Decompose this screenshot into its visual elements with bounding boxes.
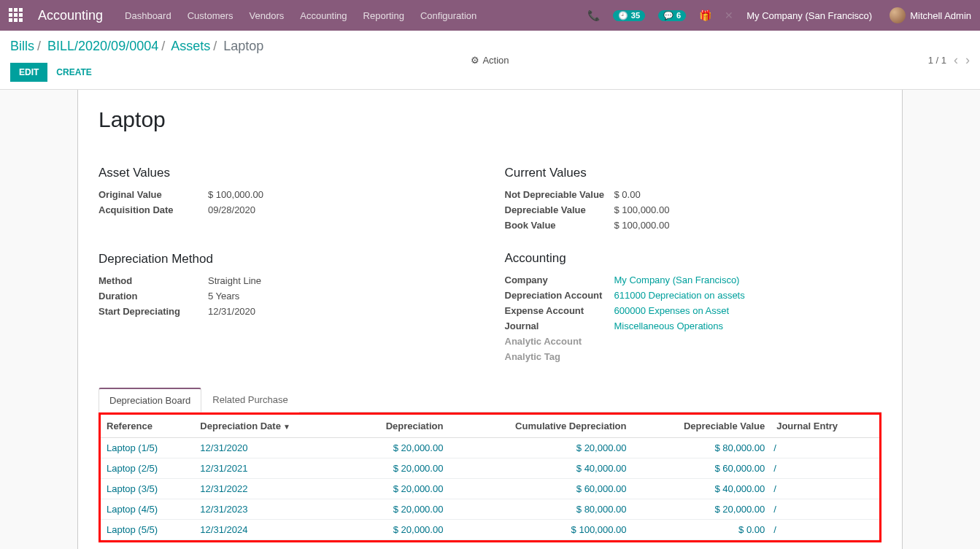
nav-right: 📞 🕘35 💬6 🎁 ✕ My Company (San Francisco) … — [587, 7, 971, 23]
pager: 1 / 1 ‹ › — [928, 53, 970, 68]
nav-configuration[interactable]: Configuration — [420, 10, 477, 21]
table-row[interactable]: Laptop (1/5)12/31/2020$ 20,000.00$ 20,00… — [101, 438, 879, 458]
main-navbar: Accounting Dashboard Customers Vendors A… — [0, 0, 980, 31]
tab-related-purchase[interactable]: Related Purchase — [201, 388, 298, 412]
table-row[interactable]: Laptop (4/5)12/31/2023$ 20,000.00$ 80,00… — [101, 499, 879, 520]
th-depreciable-value[interactable]: Depreciable Value — [632, 415, 771, 438]
value-acquisition-date: 09/28/2020 — [208, 204, 255, 215]
cell-cumulative: $ 20,000.00 — [449, 438, 632, 458]
cell-depreciable-value: $ 80,000.00 — [632, 438, 771, 458]
cell-reference[interactable]: Laptop (4/5) — [101, 499, 194, 520]
cell-journal-entry[interactable]: / — [771, 520, 879, 540]
value-duration: 5 Years — [208, 291, 239, 302]
cell-reference[interactable]: Laptop (1/5) — [101, 438, 194, 458]
control-panel: Bills/ BILL/2020/09/0004/ Assets/ Laptop… — [0, 31, 980, 90]
depreciation-table: Reference Depreciation Date▼ Depreciatio… — [101, 415, 879, 540]
label-start-depreciating: Start Depreciating — [99, 306, 208, 317]
label-journal: Journal — [505, 320, 614, 331]
edit-button[interactable]: EDIT — [10, 63, 47, 82]
action-menu[interactable]: ⚙ Action — [471, 55, 509, 66]
gift-icon[interactable]: 🎁 — [699, 9, 711, 21]
depreciation-method-heading: Depreciation Method — [99, 252, 476, 266]
cell-date[interactable]: 12/31/2020 — [194, 438, 346, 458]
cell-reference[interactable]: Laptop (2/5) — [101, 458, 194, 479]
cell-date[interactable]: 12/31/2024 — [194, 520, 346, 540]
cell-journal-entry[interactable]: / — [771, 438, 879, 458]
accounting-heading: Accounting — [505, 251, 882, 266]
clock-icon: 🕘 — [618, 11, 628, 20]
label-method: Method — [99, 275, 208, 286]
nav-menu: Dashboard Customers Vendors Accounting R… — [125, 10, 587, 21]
company-switcher[interactable]: My Company (San Francisco) — [746, 10, 872, 21]
table-row[interactable]: Laptop (3/5)12/31/2022$ 20,000.00$ 60,00… — [101, 479, 879, 499]
value-start-depreciating: 12/31/2020 — [208, 306, 255, 317]
cell-journal-entry[interactable]: / — [771, 458, 879, 479]
label-dep-account: Depreciation Account — [505, 290, 614, 301]
breadcrumb-assets[interactable]: Assets — [171, 39, 210, 53]
current-values-heading: Current Values — [505, 166, 882, 180]
cell-cumulative: $ 100,000.00 — [449, 520, 632, 540]
table-row[interactable]: Laptop (2/5)12/31/2021$ 20,000.00$ 40,00… — [101, 458, 879, 479]
page-title: Laptop — [99, 107, 881, 132]
value-dep-account[interactable]: 611000 Depreciation on assets — [614, 290, 745, 301]
value-depreciable: $ 100,000.00 — [614, 204, 670, 215]
form-sheet: Laptop Asset Values Original Value$ 100,… — [77, 90, 903, 549]
cell-depreciation: $ 20,000.00 — [346, 458, 449, 479]
cell-journal-entry[interactable]: / — [771, 479, 879, 499]
tab-depreciation-board[interactable]: Depreciation Board — [99, 388, 201, 412]
cell-reference[interactable]: Laptop (3/5) — [101, 479, 194, 499]
tools-icon[interactable]: ✕ — [725, 9, 733, 21]
asset-values-heading: Asset Values — [99, 166, 476, 180]
value-book-value: $ 100,000.00 — [614, 220, 670, 231]
table-row[interactable]: Laptop (5/5)12/31/2024$ 20,000.00$ 100,0… — [101, 520, 879, 540]
th-cumulative[interactable]: Cumulative Depreciation — [449, 415, 632, 438]
th-reference[interactable]: Reference — [101, 415, 194, 438]
label-not-depreciable: Not Depreciable Value — [505, 189, 614, 200]
discuss-badge[interactable]: 💬6 — [658, 10, 686, 21]
value-journal[interactable]: Miscellaneous Operations — [614, 320, 724, 331]
cell-cumulative: $ 60,000.00 — [449, 479, 632, 499]
value-method: Straight Line — [208, 275, 261, 286]
cell-depreciation: $ 20,000.00 — [346, 520, 449, 540]
label-company: Company — [505, 274, 614, 285]
cell-depreciation: $ 20,000.00 — [346, 499, 449, 520]
nav-customers[interactable]: Customers — [188, 10, 234, 21]
th-depreciation[interactable]: Depreciation — [346, 415, 449, 438]
phone-icon[interactable]: 📞 — [587, 9, 600, 21]
pager-next-icon[interactable]: › — [965, 53, 970, 68]
create-button[interactable]: CREATE — [56, 67, 91, 77]
th-depreciation-date[interactable]: Depreciation Date▼ — [194, 415, 346, 438]
cell-reference[interactable]: Laptop (5/5) — [101, 520, 194, 540]
th-journal-entry[interactable]: Journal Entry — [771, 415, 879, 438]
label-duration: Duration — [99, 291, 208, 302]
nav-accounting[interactable]: Accounting — [300, 10, 347, 21]
value-company[interactable]: My Company (San Francisco) — [614, 274, 740, 285]
cell-cumulative: $ 40,000.00 — [449, 458, 632, 479]
apps-icon[interactable] — [9, 8, 23, 23]
label-acquisition-date: Acquisition Date — [99, 204, 208, 215]
gear-icon: ⚙ — [471, 55, 479, 66]
breadcrumb-bill-ref[interactable]: BILL/2020/09/0004 — [47, 39, 158, 53]
cell-date[interactable]: 12/31/2021 — [194, 458, 346, 479]
avatar — [890, 7, 906, 23]
cell-depreciable-value: $ 40,000.00 — [632, 479, 771, 499]
activities-badge[interactable]: 🕘35 — [613, 10, 645, 21]
breadcrumb-current: Laptop — [223, 39, 263, 53]
value-exp-account[interactable]: 600000 Expenses on Asset — [614, 305, 730, 316]
nav-dashboard[interactable]: Dashboard — [125, 10, 171, 21]
cell-date[interactable]: 12/31/2023 — [194, 499, 346, 520]
value-original-value: $ 100,000.00 — [208, 189, 263, 200]
cell-depreciable-value: $ 20,000.00 — [632, 499, 771, 520]
nav-reporting[interactable]: Reporting — [363, 10, 404, 21]
value-not-depreciable: $ 0.00 — [614, 189, 641, 200]
user-menu[interactable]: Mitchell Admin — [885, 7, 971, 23]
nav-vendors[interactable]: Vendors — [250, 10, 285, 21]
cell-depreciation: $ 20,000.00 — [346, 479, 449, 499]
label-depreciable: Depreciable Value — [505, 204, 614, 215]
cell-journal-entry[interactable]: / — [771, 499, 879, 520]
cell-date[interactable]: 12/31/2022 — [194, 479, 346, 499]
label-analytic-account: Analytic Account — [505, 336, 614, 347]
brand-title[interactable]: Accounting — [38, 8, 103, 23]
breadcrumb-bills[interactable]: Bills — [10, 39, 34, 53]
pager-prev-icon[interactable]: ‹ — [954, 53, 958, 68]
